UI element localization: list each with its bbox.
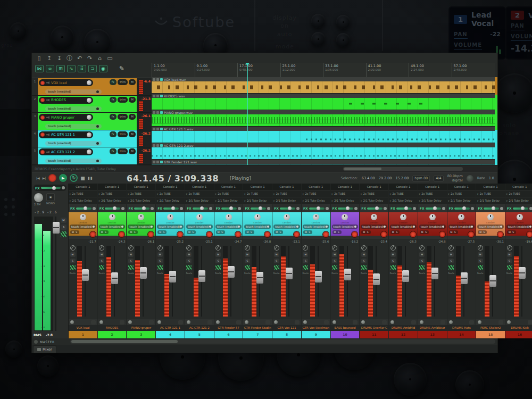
solo-button[interactable]: S xyxy=(507,259,512,263)
phase-button[interactable] xyxy=(390,245,396,251)
fx-wet-slider[interactable] xyxy=(338,207,353,210)
mute-button[interactable]: M xyxy=(448,252,454,257)
grid-icon[interactable]: ⊞ xyxy=(56,65,65,72)
trim-knob[interactable] xyxy=(216,320,220,324)
track-volume-knob[interactable] xyxy=(87,98,92,103)
volume-fader[interactable] xyxy=(169,271,176,282)
mute-solo-mini[interactable]: M S xyxy=(332,230,342,234)
master-fx-slot[interactable]: FX xyxy=(34,185,66,191)
mute-button[interactable]: M xyxy=(419,252,425,257)
bpm-box[interactable]: bpm 80 xyxy=(412,176,430,182)
channel-number-cell[interactable]: 9 xyxy=(302,331,330,338)
trim-knob[interactable] xyxy=(274,320,278,324)
go-to-end-button[interactable]: ▶| xyxy=(43,176,46,180)
send-slot-1[interactable]: ▸2x TUBE xyxy=(331,190,360,197)
fx-wet-slider[interactable] xyxy=(76,207,92,210)
go-to-start-button[interactable]: |◀ xyxy=(36,176,40,180)
route-icon[interactable] xyxy=(70,265,76,270)
mute-solo-mini[interactable]: M S xyxy=(478,230,487,234)
output-routing-icon[interactable] xyxy=(178,320,183,325)
grouping-icon[interactable]: ⠿ xyxy=(78,65,86,72)
channel-name[interactable]: GTR Vox 121 xyxy=(272,325,301,331)
crossfade-icon[interactable]: ⋈ xyxy=(35,65,44,72)
route-icon[interactable] xyxy=(303,265,308,270)
fx-bypass-dot[interactable] xyxy=(471,207,474,210)
channel-name[interactable]: DRUMS Kick xyxy=(505,325,532,331)
channel-number-cell[interactable]: 16 xyxy=(505,331,532,338)
automation-mode-button[interactable]: touch (enabled) xyxy=(99,225,126,229)
channel-name[interactable]: GTR Fender Stadin xyxy=(243,325,272,331)
channel-number-cell[interactable]: 2 xyxy=(98,331,127,338)
automation-mode-button[interactable]: touch (enabled) xyxy=(390,225,417,229)
project-settings-icon[interactable]: ⓘ xyxy=(65,55,73,62)
fx-slot[interactable]: FX xyxy=(360,204,388,212)
record-arm-button[interactable] xyxy=(40,150,45,154)
track-row[interactable]: 2 RHODES fx trim M touch (enabled) xyxy=(32,96,152,113)
fx-bypass-dot[interactable] xyxy=(413,207,416,210)
send-slot-1[interactable]: ▸2x TUBE xyxy=(447,190,476,197)
mute-button[interactable]: M xyxy=(274,252,279,257)
fx-wet-slider[interactable] xyxy=(454,207,470,210)
fx-bypass-dot[interactable] xyxy=(121,207,124,210)
arrange-horizontal-scrollbar[interactable] xyxy=(343,167,463,171)
insert-fx-slot[interactable]: Console 1 xyxy=(127,184,155,190)
item-header[interactable]: GTR Fender 121.wav xyxy=(152,160,495,164)
pan-knob[interactable] xyxy=(284,214,290,220)
fader-rail[interactable] xyxy=(288,246,289,317)
fx-wet-slider[interactable] xyxy=(134,207,149,210)
insert-fx-slot[interactable]: Console 1 xyxy=(389,184,418,190)
mute-button[interactable]: M xyxy=(128,252,134,257)
solo-button[interactable]: S xyxy=(478,259,483,263)
send-slot-2[interactable]: ▸2/1 Tube Delay xyxy=(69,197,97,204)
insert-fx-slot[interactable]: Console 1 xyxy=(302,184,330,190)
snap-icon[interactable]: ⊃ xyxy=(88,65,97,72)
mute-button[interactable]: M xyxy=(215,252,221,257)
item-header[interactable]: AC GTR 121 1.wav xyxy=(152,127,495,131)
fx-slot[interactable]: FX xyxy=(389,204,418,212)
mono-button[interactable]: ▣ xyxy=(46,193,55,201)
send-slot-2[interactable]: ▸2/1 Tube Delay xyxy=(272,197,301,204)
output-routing-icon[interactable] xyxy=(120,320,124,325)
record-arm-button[interactable] xyxy=(352,231,358,237)
volume-fader[interactable] xyxy=(489,275,496,287)
phase-button[interactable] xyxy=(507,245,512,251)
insert-fx-slot[interactable]: Console 1 xyxy=(360,184,388,190)
mute-solo-mini[interactable]: M S xyxy=(187,230,196,234)
channel-name[interactable]: DRUMS AmbNear xyxy=(418,325,447,331)
insert-fx-slot[interactable]: Console 1 xyxy=(156,184,185,190)
master-fader-rail[interactable] xyxy=(55,217,56,331)
trim-knob[interactable] xyxy=(478,320,481,324)
selection-end[interactable]: 79.2.00 xyxy=(379,176,392,180)
automation-mode-button[interactable]: touch (enabled) xyxy=(128,225,154,229)
media-item[interactable]: AC GTR 121 1.wav xyxy=(152,127,495,143)
send-slot-1[interactable]: ▸2x TUBE xyxy=(156,190,185,197)
fx-slot[interactable]: FX xyxy=(243,204,272,212)
mute-solo-mini[interactable]: M S xyxy=(70,230,79,234)
solo-button[interactable]: S xyxy=(303,259,308,263)
fader-rail[interactable] xyxy=(521,246,522,317)
pause-button[interactable]: ▮▮ xyxy=(88,176,93,180)
output-routing-icon[interactable] xyxy=(498,320,503,325)
trim-knob[interactable] xyxy=(99,320,103,324)
fx-wet-slider[interactable] xyxy=(309,207,325,210)
pan-knob[interactable] xyxy=(487,214,494,220)
scroll-thumb[interactable] xyxy=(71,340,178,343)
insert-fx-slot[interactable]: Console 1 xyxy=(69,184,97,190)
pan-knob[interactable] xyxy=(400,214,406,220)
track-volume-knob[interactable] xyxy=(87,149,92,154)
send-slot-2[interactable]: ▸2/1 Tube Delay xyxy=(360,197,388,204)
mute-solo-mini[interactable]: M S xyxy=(420,230,429,234)
automation-mode-button[interactable]: touch (enabled) xyxy=(45,124,102,129)
route-icon[interactable] xyxy=(507,265,512,270)
channel-name[interactable]: AC GTR 121 2 xyxy=(185,325,214,331)
automation-mode-button[interactable]: touch (enabled) xyxy=(45,89,102,94)
trim-envelope-button[interactable]: trim xyxy=(118,97,128,103)
record-arm-button[interactable] xyxy=(40,115,45,120)
item-mute-icon[interactable] xyxy=(156,161,159,163)
channel-number-cell[interactable]: 11 xyxy=(360,331,388,338)
send-slot-1[interactable]: ▸2x TUBE xyxy=(476,190,505,197)
volume-fader[interactable] xyxy=(256,272,263,284)
fader-rail[interactable] xyxy=(347,246,348,317)
fx-slot[interactable]: FX xyxy=(302,204,330,212)
fx-bypass-dot[interactable] xyxy=(93,207,96,210)
